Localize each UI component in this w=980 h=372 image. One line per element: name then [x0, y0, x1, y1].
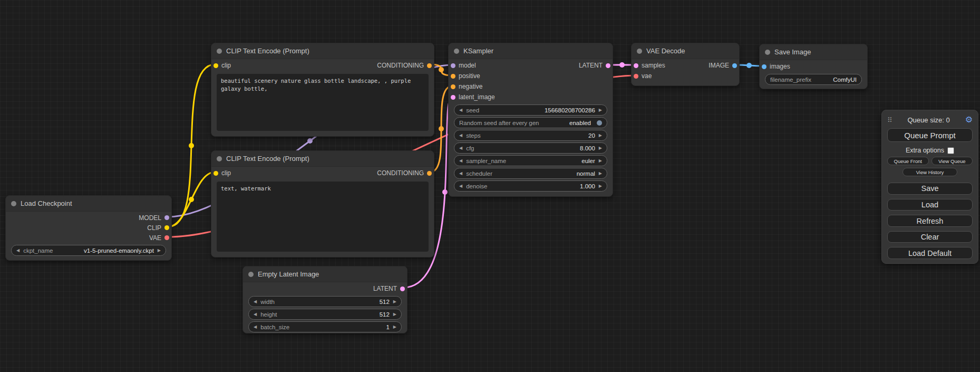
output-dot-conditioning[interactable]: [427, 171, 432, 176]
node-title: Empty Latent Image: [258, 270, 319, 278]
view-queue-button[interactable]: View Queue: [932, 157, 973, 165]
queue-front-button[interactable]: Queue Front: [887, 157, 929, 165]
node-title-bar[interactable]: KSampler: [449, 43, 613, 59]
increment-arrow-icon[interactable]: [393, 325, 396, 329]
prompt-textarea[interactable]: beautiful scenery nature glass bottle la…: [217, 74, 429, 131]
widget-scheduler[interactable]: scheduler normal: [454, 168, 607, 179]
node-title-bar[interactable]: Empty Latent Image: [243, 266, 407, 282]
widget-ckpt-name[interactable]: ckpt_name v1-5-pruned-emaonly.ckpt: [11, 245, 166, 256]
refresh-button[interactable]: Refresh: [887, 215, 973, 227]
decrement-arrow-icon[interactable]: [459, 133, 462, 138]
output-slot-vae: VAE: [149, 234, 169, 242]
decrement-arrow-icon[interactable]: [459, 171, 462, 176]
link-midpoint-dot: [307, 138, 313, 144]
slot-label: VAE: [149, 234, 161, 242]
decrement-arrow-icon[interactable]: [459, 184, 462, 188]
collapse-toggle-icon[interactable]: [637, 49, 642, 54]
node-title-bar[interactable]: CLIP Text Encode (Prompt): [211, 43, 434, 59]
increment-arrow-icon[interactable]: [599, 108, 602, 112]
widget-width[interactable]: width 512: [248, 296, 402, 307]
input-dot-vae[interactable]: [634, 74, 638, 79]
widget-value: enabled: [569, 120, 591, 126]
input-dot-latent-image[interactable]: [451, 95, 455, 100]
extra-options-checkbox[interactable]: [947, 147, 954, 154]
increment-arrow-icon[interactable]: [393, 312, 396, 317]
increment-arrow-icon[interactable]: [599, 184, 602, 188]
slot-label: vae: [642, 72, 652, 80]
node-save-image[interactable]: Save Image images filename_prefix ComfyU…: [759, 44, 868, 89]
toggle-indicator-icon[interactable]: [597, 120, 602, 126]
input-dot-clip[interactable]: [214, 63, 218, 68]
queue-prompt-button[interactable]: Queue Prompt: [887, 128, 973, 142]
widget-seed[interactable]: seed 156680208700286: [454, 104, 607, 116]
output-dot-latent[interactable]: [606, 63, 610, 68]
settings-gear-icon[interactable]: [965, 116, 973, 124]
widget-steps[interactable]: steps 20: [454, 130, 607, 141]
slot-label: CONDITIONING: [377, 169, 424, 177]
widget-filename-prefix[interactable]: filename_prefix ComfyUI: [765, 74, 862, 85]
node-empty-latent-image[interactable]: Empty Latent Image LATENT width 512 heig: [242, 266, 407, 333]
decrement-arrow-icon[interactable]: [459, 108, 462, 112]
node-vae-decode[interactable]: VAE Decode samples IMAGE vae: [631, 43, 740, 86]
input-dot-model[interactable]: [451, 63, 455, 68]
slot-label: latent_image: [459, 93, 495, 101]
view-history-button[interactable]: View History: [903, 168, 957, 176]
output-dot-image[interactable]: [732, 63, 737, 68]
input-dot-positive[interactable]: [451, 74, 455, 79]
increment-arrow-icon[interactable]: [393, 300, 396, 304]
input-dot-images[interactable]: [762, 64, 766, 69]
increment-arrow-icon[interactable]: [599, 133, 602, 138]
decrement-arrow-icon[interactable]: [254, 325, 257, 329]
drag-handle-icon[interactable]: [887, 116, 892, 124]
increment-arrow-icon[interactable]: [158, 249, 161, 253]
collapse-toggle-icon[interactable]: [11, 201, 16, 206]
menu-header: Queue size: 0: [887, 115, 973, 125]
decrement-arrow-icon[interactable]: [254, 300, 257, 304]
widget-denoise[interactable]: denoise 1.000: [454, 180, 607, 192]
widget-height[interactable]: height 512: [248, 309, 402, 320]
widget-cfg[interactable]: cfg 8.000: [454, 142, 607, 154]
node-title-bar[interactable]: Save Image: [760, 44, 867, 60]
input-dot-samples[interactable]: [634, 63, 638, 68]
widget-value: 8.000: [580, 145, 595, 151]
collapse-toggle-icon[interactable]: [217, 156, 222, 161]
widget-batch-size[interactable]: batch_size 1: [248, 321, 402, 332]
increment-arrow-icon[interactable]: [599, 159, 602, 163]
comfy-menu-panel[interactable]: Queue size: 0 Queue Prompt Extra options…: [881, 110, 978, 264]
decrement-arrow-icon[interactable]: [254, 312, 257, 317]
widget-sampler-name[interactable]: sampler_name euler: [454, 155, 607, 166]
decrement-arrow-icon[interactable]: [16, 249, 20, 253]
increment-arrow-icon[interactable]: [599, 146, 602, 150]
output-dot-model[interactable]: [164, 215, 169, 220]
clear-button[interactable]: Clear: [887, 231, 973, 243]
load-button[interactable]: Load: [887, 199, 973, 211]
input-slot-vae: vae: [634, 72, 652, 80]
graph-canvas[interactable]: Load Checkpoint MODEL CLIP VAE: [0, 0, 980, 372]
slot-label: images: [770, 63, 790, 70]
output-dot-latent[interactable]: [400, 287, 405, 291]
node-ksampler[interactable]: KSampler model LATENT positive: [448, 43, 613, 197]
decrement-arrow-icon[interactable]: [459, 146, 462, 150]
output-dot-conditioning[interactable]: [427, 63, 432, 68]
node-clip-text-encode-negative[interactable]: CLIP Text Encode (Prompt) clip CONDITION…: [211, 150, 434, 257]
input-dot-negative[interactable]: [451, 84, 455, 89]
widget-label: seed: [466, 107, 479, 113]
node-title-bar[interactable]: Load Checkpoint: [6, 196, 171, 212]
decrement-arrow-icon[interactable]: [459, 159, 462, 163]
node-clip-text-encode-positive[interactable]: CLIP Text Encode (Prompt) clip CONDITION…: [211, 43, 434, 137]
collapse-toggle-icon[interactable]: [454, 49, 459, 54]
widget-random-seed-toggle[interactable]: Random seed after every gen enabled: [454, 117, 607, 128]
node-load-checkpoint[interactable]: Load Checkpoint MODEL CLIP VAE: [5, 195, 172, 261]
load-default-button[interactable]: Load Default: [887, 247, 973, 259]
collapse-toggle-icon[interactable]: [248, 272, 254, 277]
prompt-textarea[interactable]: text, watermark: [217, 182, 429, 252]
input-dot-clip[interactable]: [214, 171, 218, 176]
increment-arrow-icon[interactable]: [599, 171, 602, 176]
collapse-toggle-icon[interactable]: [217, 49, 222, 54]
output-dot-vae[interactable]: [164, 235, 169, 240]
output-dot-clip[interactable]: [164, 225, 169, 230]
node-title-bar[interactable]: VAE Decode: [632, 43, 739, 59]
node-title-bar[interactable]: CLIP Text Encode (Prompt): [211, 151, 434, 167]
save-button[interactable]: Save: [887, 183, 973, 195]
collapse-toggle-icon[interactable]: [765, 50, 770, 55]
